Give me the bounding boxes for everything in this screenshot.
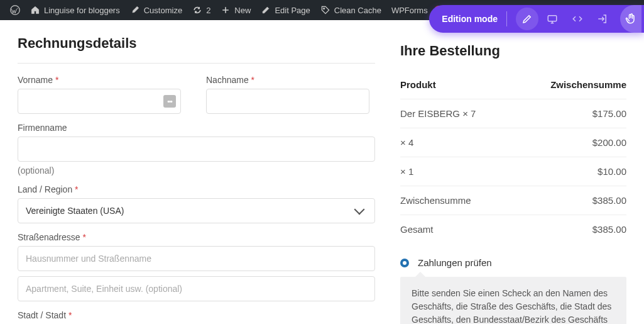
autofill-icon[interactable]: ••• <box>163 95 176 108</box>
col-subtotal: Zwischensumme <box>550 79 626 90</box>
pointer-button[interactable] <box>620 5 641 33</box>
chevron-down-icon <box>354 204 365 215</box>
country-label: Land / Region * <box>18 184 375 194</box>
city-label: Stadt / Stadt * <box>18 310 375 320</box>
exit-icon <box>597 13 608 25</box>
last-name-label: Nachname * <box>206 75 369 85</box>
site-name-label: Linguise for bloggers <box>44 6 120 15</box>
clean-cache-link[interactable]: Clean Cache <box>315 5 386 15</box>
monitor-icon <box>547 13 558 25</box>
wp-logo[interactable] <box>5 5 25 15</box>
order-heading: Ihre Bestellung <box>400 43 626 59</box>
company-optional: (optional) <box>18 165 375 176</box>
toolbar-divider <box>506 11 507 26</box>
payment-section: Zahlungen prüfen Bitte senden Sie einen … <box>400 257 626 324</box>
new-label: New <box>234 6 251 15</box>
updates-link[interactable]: 2 <box>187 5 216 15</box>
order-total: Gesamt$385.00 <box>400 215 626 243</box>
order-subtotal: Zwischensumme$385.00 <box>400 186 626 215</box>
edit-page-link[interactable]: Edit Page <box>256 5 315 15</box>
company-label: Firmenname <box>18 123 375 133</box>
edit-page-label: Edit Page <box>275 6 310 15</box>
street-input-2[interactable] <box>18 276 375 301</box>
order-line: × 4$200.00 <box>400 128 626 157</box>
payment-check-desc: Bitte senden Sie einen Scheck an den Nam… <box>400 277 626 324</box>
billing-heading: Rechnungsdetails <box>18 35 375 52</box>
hand-icon <box>625 13 637 25</box>
tag-icon <box>320 5 330 15</box>
edit-mode-button[interactable] <box>516 8 538 30</box>
order-line: × 1$10.00 <box>400 157 626 186</box>
last-name-input[interactable] <box>206 89 369 114</box>
updates-count: 2 <box>206 6 210 15</box>
brush-icon <box>130 5 140 15</box>
order-summary: Ihre Bestellung Produkt Zwischensumme De… <box>400 35 626 324</box>
customize-label: Customize <box>144 6 182 15</box>
payment-check-option[interactable]: Zahlungen prüfen <box>400 257 626 268</box>
first-name-label: Vorname * <box>18 75 181 85</box>
customize-link[interactable]: Customize <box>125 5 187 15</box>
first-name-input[interactable] <box>18 89 181 114</box>
country-value: Vereinigte Staaten (USA) <box>26 206 124 216</box>
preview-button[interactable] <box>541 8 564 30</box>
code-icon <box>572 13 583 25</box>
edition-mode-toolbar: Edition mode <box>429 5 644 33</box>
new-link[interactable]: New <box>216 5 256 15</box>
home-icon <box>30 5 40 15</box>
pencil-icon <box>261 5 271 15</box>
code-button[interactable] <box>566 8 589 30</box>
country-select[interactable]: Vereinigte Staaten (USA) <box>18 198 375 223</box>
svg-rect-2 <box>548 16 557 21</box>
col-product: Produkt <box>400 79 436 90</box>
payment-check-label: Zahlungen prüfen <box>418 257 492 268</box>
wpforms-label: WPForms <box>391 6 428 15</box>
order-line: Der EISBERG × 7$175.00 <box>400 99 626 128</box>
street-label: Straßenadresse * <box>18 232 375 242</box>
radio-selected-icon <box>400 259 409 267</box>
billing-form: Rechnungsdetails Vorname * ••• Nachname … <box>18 35 375 324</box>
svg-point-1 <box>323 8 324 9</box>
pencil-icon <box>521 13 533 25</box>
exit-button[interactable] <box>591 8 614 30</box>
street-input-1[interactable] <box>18 246 375 271</box>
site-name[interactable]: Linguise for bloggers <box>25 5 125 15</box>
clean-cache-label: Clean Cache <box>334 6 381 15</box>
plus-icon <box>221 5 231 15</box>
refresh-icon <box>192 5 202 15</box>
edition-mode-label: Edition mode <box>442 14 498 24</box>
company-input[interactable] <box>18 137 375 162</box>
